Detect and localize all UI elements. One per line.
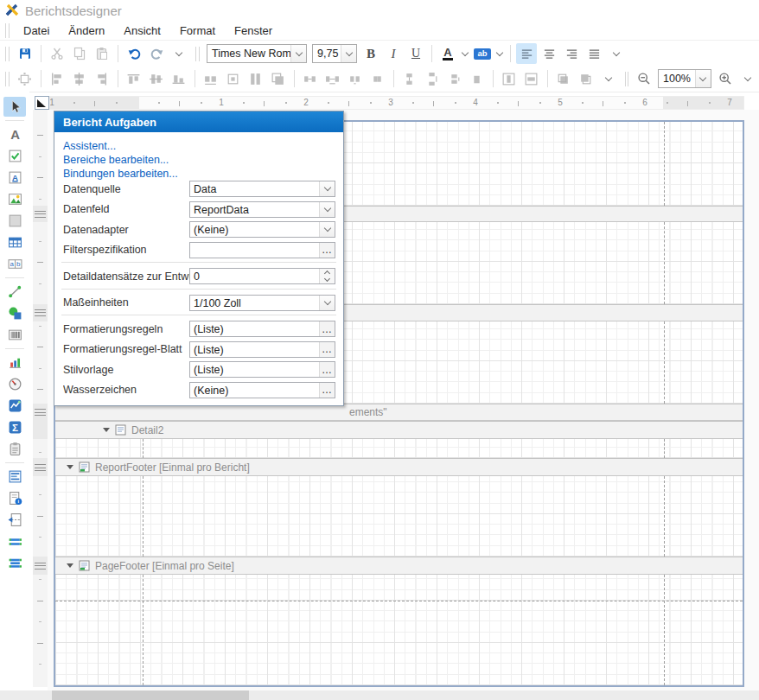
horizontal-scrollbar[interactable] bbox=[0, 690, 759, 700]
zoom-more-button[interactable] bbox=[737, 68, 758, 89]
band-splitter[interactable] bbox=[33, 404, 48, 421]
toolbar2-grip[interactable] bbox=[5, 72, 10, 86]
paste-button[interactable] bbox=[92, 43, 112, 64]
font-color-button[interactable]: A bbox=[437, 43, 458, 64]
hspacing-increase-button[interactable] bbox=[322, 68, 343, 89]
ellipsis-button[interactable]: … bbox=[319, 383, 335, 398]
document-info-tool[interactable]: i bbox=[3, 488, 26, 508]
hspacing-equal-button[interactable] bbox=[300, 68, 321, 89]
collapse-triangle-icon[interactable] bbox=[67, 563, 73, 568]
copy-button[interactable] bbox=[69, 43, 90, 64]
scrollbar-thumb[interactable] bbox=[52, 690, 249, 700]
pivot-grid-tool[interactable]: Σ bbox=[3, 417, 26, 437]
align-rights-button[interactable] bbox=[92, 68, 112, 89]
dropdown-button[interactable] bbox=[319, 296, 335, 310]
undo-button[interactable] bbox=[124, 43, 144, 64]
font-name-dropdown-icon[interactable] bbox=[290, 45, 306, 62]
font-size-dropdown-icon[interactable] bbox=[341, 45, 356, 62]
vspacing-decrease-button[interactable] bbox=[444, 68, 465, 89]
cross-band-line-tool[interactable] bbox=[3, 531, 26, 551]
zoom-grip[interactable] bbox=[625, 72, 629, 86]
same-height-button[interactable] bbox=[246, 68, 266, 89]
character-comb-tool[interactable]: ab bbox=[3, 254, 26, 274]
menubar-grip[interactable] bbox=[5, 23, 10, 38]
menu-fenster[interactable]: Fenster bbox=[225, 22, 282, 39]
band-caption[interactable]: ements" bbox=[55, 404, 743, 421]
band-splitter[interactable] bbox=[33, 304, 48, 321]
panel-tool[interactable] bbox=[3, 211, 26, 231]
wasserzeichen-field[interactable]: (Keine)… bbox=[189, 382, 335, 398]
undo-redo-more-button[interactable] bbox=[169, 43, 189, 64]
align-middles-button[interactable] bbox=[146, 68, 167, 89]
edit-bands-link[interactable]: Bereiche bearbeiten... bbox=[63, 153, 343, 167]
rich-text-tool[interactable]: A bbox=[3, 168, 26, 188]
gauge-tool[interactable] bbox=[3, 374, 26, 394]
size-to-grid-button[interactable] bbox=[223, 68, 244, 89]
filterspezifikation-field[interactable]: … bbox=[189, 242, 335, 258]
center-vertically-button[interactable] bbox=[521, 68, 542, 89]
formatierungsregel-blatt-field[interactable]: (Liste)… bbox=[189, 341, 335, 358]
redo-button[interactable] bbox=[146, 43, 167, 64]
page-info-tool[interactable] bbox=[3, 439, 26, 459]
detaildatensätze-zur-entwurfszeit-spinner[interactable]: 0 bbox=[189, 268, 335, 284]
maßeinheiten-combo[interactable]: 1/100 Zoll bbox=[189, 295, 335, 311]
hspacing-remove-button[interactable] bbox=[367, 68, 388, 89]
dropdown-button[interactable] bbox=[319, 222, 335, 237]
stilvorlage-field[interactable]: (Liste)… bbox=[189, 361, 335, 378]
zoom-combo[interactable]: 100% bbox=[658, 69, 711, 88]
font-size-combo[interactable]: 9,75 bbox=[312, 44, 357, 63]
ellipsis-button[interactable]: … bbox=[319, 243, 335, 258]
align-justify-button[interactable] bbox=[584, 43, 604, 64]
underline-button[interactable]: U bbox=[405, 43, 426, 64]
save-button[interactable] bbox=[15, 43, 35, 64]
ellipsis-button[interactable]: … bbox=[319, 362, 335, 377]
arrange-more-button[interactable] bbox=[598, 68, 619, 89]
vspacing-equal-button[interactable] bbox=[399, 68, 420, 89]
band-caption-pagefooter[interactable]: PageFooter [Einmal pro Seite] bbox=[55, 557, 743, 575]
band-content[interactable] bbox=[55, 575, 743, 685]
dropdown-button[interactable] bbox=[319, 202, 335, 217]
collapse-triangle-icon[interactable] bbox=[67, 465, 73, 469]
align-left-button[interactable] bbox=[516, 43, 537, 64]
menu-datei[interactable]: Datei bbox=[14, 22, 59, 39]
align-bottoms-button[interactable] bbox=[169, 68, 189, 89]
cross-band-box-tool[interactable] bbox=[3, 553, 26, 573]
table-of-contents-tool[interactable] bbox=[3, 467, 26, 487]
snap-to-grid-button[interactable] bbox=[15, 68, 35, 89]
center-horizontally-button[interactable] bbox=[499, 68, 520, 89]
datenquelle-combo[interactable]: Data bbox=[189, 181, 335, 197]
font-color-dropdown-icon[interactable] bbox=[460, 43, 470, 64]
spin-buttons[interactable] bbox=[319, 269, 335, 283]
band-content[interactable] bbox=[55, 439, 743, 458]
menu-aendern[interactable]: Ändern bbox=[59, 22, 114, 39]
bar-code-tool[interactable] bbox=[3, 325, 26, 345]
italic-button[interactable]: I bbox=[383, 43, 404, 64]
zoom-in-button[interactable] bbox=[715, 68, 736, 89]
align-center-button[interactable] bbox=[539, 43, 559, 64]
toolbar1-grip[interactable] bbox=[5, 47, 10, 61]
highlight-button[interactable]: ab bbox=[472, 43, 493, 64]
highlight-dropdown-icon[interactable] bbox=[494, 43, 505, 64]
zoom-dropdown-icon[interactable] bbox=[695, 70, 711, 87]
sparkline-tool[interactable] bbox=[3, 396, 26, 416]
align-lefts-button[interactable] bbox=[47, 68, 67, 89]
band-splitter[interactable] bbox=[33, 458, 48, 476]
page-break-tool[interactable] bbox=[3, 510, 26, 530]
band-splitter[interactable] bbox=[33, 421, 48, 439]
zoom-out-button[interactable] bbox=[634, 68, 654, 89]
send-to-back-button[interactable] bbox=[576, 68, 596, 89]
align-right-button[interactable] bbox=[561, 43, 582, 64]
alignment-more-button[interactable] bbox=[606, 43, 627, 64]
align-centers-button[interactable] bbox=[69, 68, 90, 89]
ellipsis-button[interactable]: … bbox=[319, 342, 335, 357]
band-splitter[interactable] bbox=[33, 206, 48, 222]
vspacing-remove-button[interactable] bbox=[467, 68, 488, 89]
line-tool[interactable] bbox=[3, 282, 26, 302]
pointer-tool[interactable] bbox=[3, 97, 26, 117]
smart-tag-button[interactable] bbox=[35, 96, 49, 110]
same-width-button[interactable] bbox=[201, 68, 221, 89]
band-content[interactable] bbox=[55, 476, 743, 557]
ellipsis-button[interactable]: … bbox=[319, 321, 335, 336]
fonts-grip[interactable] bbox=[195, 47, 200, 61]
vspacing-increase-button[interactable] bbox=[422, 68, 443, 89]
